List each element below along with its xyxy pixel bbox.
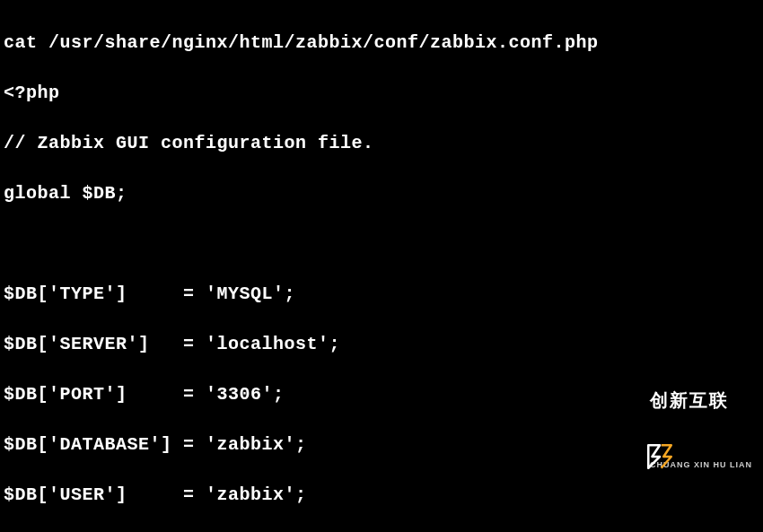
watermark-main-text: 创新互联 [650, 391, 752, 409]
watermark: 创新互联 CHUANG XIN HU LIAN [612, 341, 752, 521]
shell-command: cat /usr/share/nginx/html/zabbix/conf/za… [4, 31, 759, 56]
terminal-output: cat /usr/share/nginx/html/zabbix/conf/za… [0, 0, 763, 532]
watermark-text: 创新互联 CHUANG XIN HU LIAN [650, 341, 752, 521]
db-type-line: $DB['TYPE'] = 'MYSQL'; [4, 282, 759, 307]
global-db-declaration: global $DB; [4, 181, 759, 206]
php-open-tag: <?php [4, 81, 759, 106]
blank-line [4, 231, 759, 257]
config-comment-header: // Zabbix GUI configuration file. [4, 131, 759, 156]
watermark-logo-icon [612, 416, 643, 447]
